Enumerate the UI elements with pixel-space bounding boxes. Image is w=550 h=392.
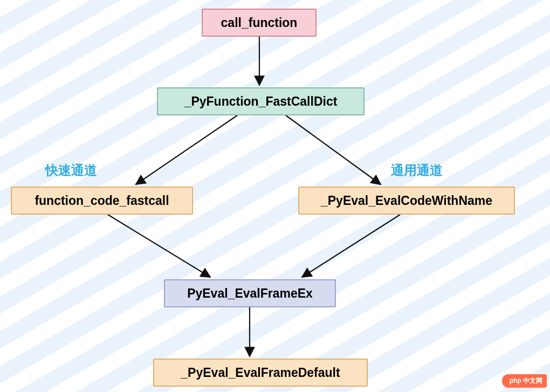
label-text: 通用通道 [391, 163, 443, 177]
node-label: _PyEval_EvalCodeWithName [321, 194, 492, 208]
node-pyeval-evalframeex: PyEval_EvalFrameEx [164, 279, 336, 307]
node-label: _PyEval_EvalFrameDefault [181, 366, 340, 380]
label-text: 快速通道 [45, 163, 97, 177]
svg-line-1 [136, 115, 237, 184]
node-pyfunction-fastcalldict: _PyFunction_FastCallDict [157, 87, 365, 115]
node-label: _PyFunction_FastCallDict [184, 94, 338, 109]
node-pyeval-evalcodewithname: _PyEval_EvalCodeWithName [298, 187, 515, 215]
watermark-text: php 中文网 [510, 377, 542, 384]
node-call-function: call_function [202, 9, 317, 37]
node-label: function_code_fastcall [35, 194, 169, 208]
label-fast-path: 快速通道 [45, 162, 97, 179]
svg-line-2 [286, 115, 381, 184]
node-label: call_function [221, 16, 298, 30]
svg-line-4 [302, 215, 400, 277]
node-function-code-fastcall: function_code_fastcall [11, 187, 193, 215]
node-pyeval-evalframedefault: _PyEval_EvalFrameDefault [153, 359, 368, 387]
label-generic-path: 通用通道 [391, 162, 443, 179]
watermark-badge: php 中文网 [502, 374, 547, 388]
node-label: PyEval_EvalFrameEx [187, 286, 313, 301]
svg-line-3 [108, 215, 210, 277]
